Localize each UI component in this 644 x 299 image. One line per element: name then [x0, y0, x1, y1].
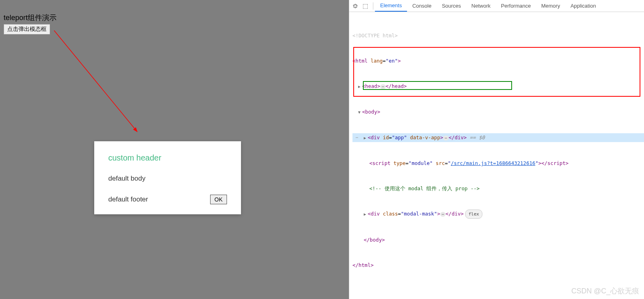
html-open-line[interactable]: <html lang="en">: [352, 57, 644, 65]
ok-button[interactable]: OK: [210, 195, 227, 204]
doctype-line[interactable]: <!DOCTYPE html>: [352, 31, 644, 40]
page-title: teleport组件演示: [4, 13, 57, 22]
tab-application[interactable]: Application: [565, 0, 601, 12]
modal-footer: default footer OK: [108, 195, 227, 204]
tab-memory[interactable]: Memory: [536, 0, 565, 12]
devtools-header: ⯐ ⬚ Elements Console Sources Network Per…: [349, 0, 644, 12]
modal-header: custom header: [108, 153, 227, 163]
devtools-tabs: Elements Console Sources Network Perform…: [375, 0, 601, 12]
tab-network[interactable]: Network: [466, 0, 496, 12]
devtools-panel: ⯐ ⬚ Elements Console Sources Network Per…: [349, 0, 644, 299]
tab-elements[interactable]: Elements: [375, 0, 407, 12]
app-div-line[interactable]: ⋯▶<div id="app" data-v-app>⋯</div> == $0: [352, 133, 644, 142]
svg-line-0: [54, 31, 137, 132]
tab-performance[interactable]: Performance: [496, 0, 536, 12]
script-line[interactable]: <script type="module" src="/src/main.js?…: [352, 159, 644, 167]
watermark: CSDN @C_心欲无痕: [571, 286, 639, 296]
inspect-icon[interactable]: ⯐: [352, 2, 358, 10]
tab-sources[interactable]: Sources: [437, 0, 466, 12]
body-close-line[interactable]: </body>: [352, 236, 644, 244]
modal-body: default body: [108, 175, 227, 183]
modal-dialog: custom header default body default foote…: [94, 141, 241, 214]
open-modal-button[interactable]: 点击弹出模态框: [4, 24, 50, 35]
modal-footer-text: default footer: [108, 195, 148, 203]
body-open-line[interactable]: ▼<body>: [352, 108, 644, 116]
modal-mask-line[interactable]: ▶<div class="modal-mask">⋯</div>flex: [352, 210, 644, 219]
html-close-line[interactable]: </html>: [352, 261, 644, 269]
comment-line[interactable]: <!-- 使用这个 modal 组件，传入 prop -->: [352, 184, 644, 193]
separator: [373, 2, 373, 10]
elements-tree[interactable]: <!DOCTYPE html> <html lang="en"> ▶<head>…: [349, 12, 644, 299]
annotation-arrow: [53, 29, 145, 138]
device-toolbar-icon[interactable]: ⬚: [363, 2, 368, 10]
app-preview-area: teleport组件演示 点击弹出模态框 custom header defau…: [0, 0, 349, 299]
head-line[interactable]: ▶<head>⋯</head>: [352, 82, 644, 91]
tab-console[interactable]: Console: [407, 0, 437, 12]
